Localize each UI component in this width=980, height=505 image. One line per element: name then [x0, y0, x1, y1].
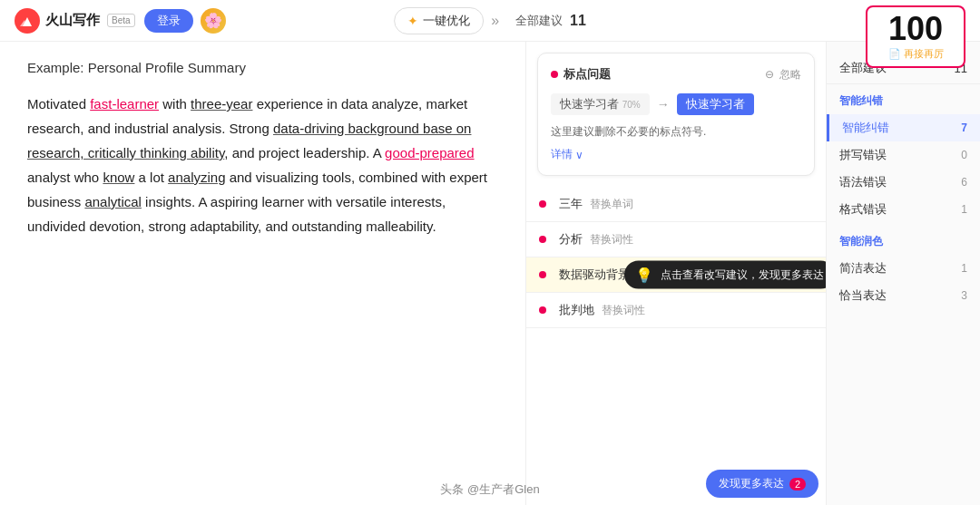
sidebar-item-concise[interactable]: 简洁表达 1 [827, 255, 980, 282]
dot-icon [539, 306, 546, 314]
suggestion-card-title-row: 标点问题 [551, 66, 611, 83]
ignore-label: 忽略 [779, 68, 801, 81]
ignore-button[interactable]: ⊖ 忽略 [765, 67, 801, 83]
login-button[interactable]: 登录 [144, 9, 193, 33]
suggestion-desc: 这里建议删除不必要的标点符号. [551, 124, 801, 140]
dot-icon [539, 236, 546, 243]
topbar-center: ✦ 一键优化 » 全部建议 11 [394, 7, 586, 34]
score-sub-text: 再接再厉 [904, 47, 944, 61]
highlight-analyzing: analyzing [168, 170, 225, 185]
suggestions-count: 11 [570, 13, 586, 29]
logo-text: 火山写作 [45, 12, 100, 29]
sidebar-item-intelligent-correction[interactable]: 智能纠错 7 [827, 114, 980, 141]
right-sidebar: 全部建议 11 智能纠错 智能纠错 7 拼写错误 0 语法错误 6 格式错误 1… [826, 42, 980, 505]
mini-action[interactable]: 替换单词 [590, 197, 633, 212]
dot-icon [539, 200, 546, 208]
sidebar-section-header-1: 智能纠错 [827, 88, 980, 114]
score-number: 100 [875, 13, 956, 45]
chevron-right-icon: » [491, 13, 499, 29]
suggestion-card-header: 标点问题 ⊖ 忽略 [551, 66, 801, 83]
mini-label: 三年 [559, 196, 583, 212]
list-item: 三年 替换单词 [526, 187, 826, 222]
detail-label: 详情 [551, 147, 573, 162]
mini-action[interactable]: 替换词性 [590, 232, 633, 248]
logo-icon [15, 8, 40, 34]
sidebar-item-count: 1 [961, 262, 967, 275]
sidebar-item-count: 3 [961, 289, 967, 302]
doc-body: Motivated fast-learner with three-year e… [27, 92, 498, 238]
sidebar-item-count: 7 [961, 121, 967, 134]
ignore-icon: ⊖ [765, 68, 774, 81]
dot-icon [539, 271, 546, 278]
sidebar-item-label: 拼写错误 [839, 147, 887, 163]
star-icon: ✦ [407, 14, 418, 28]
doc-title: Example: Personal Profile Summary [27, 60, 498, 75]
mini-action[interactable]: 替换词性 [602, 303, 645, 318]
score-emoji: 📄 [888, 48, 901, 60]
mini-label: 批判地 [559, 302, 594, 318]
tag-original: 快速学习者 70% [551, 93, 650, 115]
discover-label: 发现更多表达 [719, 476, 784, 491]
list-item: 数据驱动背景基于 替换... 💡 点击查看改写建议，发现更多表达 [526, 257, 826, 293]
avatar: 🌸 [201, 8, 226, 34]
bulb-icon: 💡 [635, 267, 653, 284]
sidebar-item-label: 恰当表达 [839, 287, 887, 304]
sidebar-item-format[interactable]: 格式错误 1 [827, 196, 980, 223]
tag-corrected[interactable]: 快速学习者 [677, 93, 754, 115]
sidebar-item-count: 6 [961, 176, 967, 189]
dot-icon [551, 71, 558, 78]
card-title: 标点问题 [564, 66, 611, 83]
sidebar-item-label: 格式错误 [839, 201, 887, 218]
suggestion-tags: 快速学习者 70% → 快速学习者 [551, 93, 801, 115]
optimize-label: 一键优化 [423, 13, 470, 29]
watermark: 头条 @生产者Glen [440, 481, 539, 498]
list-item: 分析 替换词性 [526, 222, 826, 257]
main-area: Example: Personal Profile Summary Motiva… [0, 42, 980, 505]
score-sub: 📄 再接再厉 [875, 47, 956, 61]
suggestion-panel: 标点问题 ⊖ 忽略 快速学习者 70% → 快速学习者 这里建议删除不必要的标点… [526, 42, 826, 505]
sidebar-section-header-2: 智能润色 [827, 228, 980, 255]
sidebar-item-label: 简洁表达 [839, 260, 887, 277]
list-item: 批判地 替换词性 [526, 293, 826, 328]
floating-tooltip: 💡 点击查看改写建议，发现更多表达 [624, 261, 826, 289]
chevron-down-icon: ∨ [575, 149, 583, 161]
sidebar-item-grammar[interactable]: 语法错误 6 [827, 169, 980, 196]
sidebar-item-spelling[interactable]: 拼写错误 0 [827, 141, 980, 169]
suggestions-label: 全部建议 [515, 13, 563, 29]
highlight-fast-learner: fast-learner [90, 96, 159, 112]
score-box: 100 📄 再接再厉 [866, 5, 965, 68]
detail-button[interactable]: 详情 ∨ [551, 147, 801, 162]
highlight-know: know [103, 170, 134, 185]
score-hint: 70% [622, 100, 641, 110]
highlight-analytical: analytical [84, 194, 142, 209]
sidebar-item-count: 0 [961, 149, 967, 161]
sidebar-item-count: 1 [961, 203, 967, 216]
logo-area: 火山写作 Beta [15, 8, 135, 34]
editor-area: Example: Personal Profile Summary Motiva… [0, 42, 526, 505]
arrow-icon: → [657, 97, 670, 112]
beta-badge: Beta [107, 14, 135, 27]
optimize-button[interactable]: ✦ 一键优化 [394, 7, 484, 34]
tooltip-text: 点击查看改写建议，发现更多表达 [661, 267, 824, 283]
topbar: 火山写作 Beta 登录 🌸 ✦ 一键优化 » 全部建议 11 100 📄 再接… [0, 0, 980, 42]
discover-button[interactable]: 发现更多表达 2 [706, 470, 818, 498]
sidebar-item-appropriate[interactable]: 恰当表达 3 [827, 282, 980, 309]
sidebar-item-label: 语法错误 [839, 174, 887, 190]
discover-badge: 2 [789, 478, 806, 490]
highlight-good-prepared: good-prepared [385, 145, 474, 160]
mini-label: 分析 [559, 231, 583, 248]
suggestion-card: 标点问题 ⊖ 忽略 快速学习者 70% → 快速学习者 这里建议删除不必要的标点… [537, 53, 815, 176]
highlight-three-year: three-year [191, 96, 252, 112]
sidebar-item-label: 智能纠错 [842, 120, 889, 136]
